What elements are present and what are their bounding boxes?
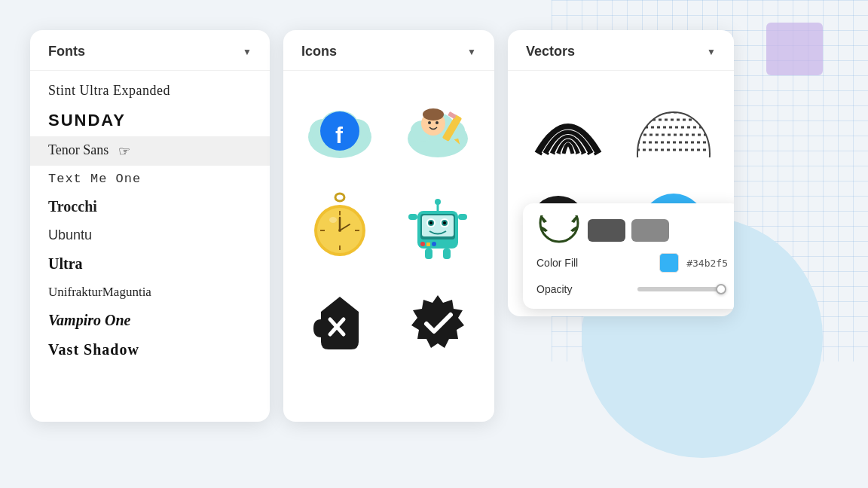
vector-cell-half-dome[interactable] <box>621 78 726 176</box>
font-item-tenor[interactable]: Tenor Sans ☞ <box>30 136 270 166</box>
font-item-ubuntu[interactable]: Ubuntu <box>30 221 270 249</box>
icons-card: Icons ▼ f <box>283 30 494 422</box>
icon-cell-robot[interactable] <box>389 176 487 274</box>
robot-icon <box>404 190 472 261</box>
hand-x-icon <box>306 289 374 357</box>
icon-cell-clock[interactable] <box>291 176 389 274</box>
svg-point-45 <box>435 199 441 205</box>
svg-point-12 <box>428 121 431 124</box>
color-swatch[interactable] <box>659 253 679 273</box>
cursor-pointer-icon: ☞ <box>118 143 130 160</box>
svg-rect-42 <box>408 214 417 220</box>
half-dome-dots-vector <box>636 97 711 157</box>
icon-cell-boy-pencil[interactable] <box>389 78 487 176</box>
font-sunday-label: SUNDAY <box>48 111 126 130</box>
icons-grid: f <box>283 71 494 380</box>
svg-rect-38 <box>426 242 430 246</box>
svg-rect-43 <box>458 214 467 220</box>
font-item-sunday[interactable]: SUNDAY <box>30 105 270 136</box>
fonts-list: Stint Ultra Expanded SUNDAY Tenor Sans ☞… <box>30 71 270 371</box>
opacity-row: Opacity <box>536 283 728 295</box>
boy-pencil-icon <box>400 92 475 163</box>
svg-point-39 <box>432 242 436 246</box>
vectors-title: Vectors <box>526 44 575 59</box>
svg-point-11 <box>423 108 444 120</box>
icon-cell-facebook[interactable]: f <box>291 78 389 176</box>
font-vampiro-label: Vampiro One <box>48 312 130 328</box>
font-item-unifraktur[interactable]: UnifrakturMaguntia <box>30 279 270 306</box>
icons-title: Icons <box>301 44 337 59</box>
color-fill-row: Color Fill #34b2f5 <box>536 253 728 273</box>
font-item-vastshadow[interactable]: Vast Shadow <box>30 335 270 364</box>
font-item-ultra[interactable]: Ultra <box>30 249 270 279</box>
font-item-trocchi[interactable]: Trocchi <box>30 192 270 221</box>
facebook-cloud-icon: f <box>302 92 377 163</box>
fonts-card-header: Fonts ▼ <box>30 30 270 71</box>
rainbow-stripes-vector <box>530 97 606 157</box>
vectors-dropdown-arrow[interactable]: ▼ <box>707 47 716 57</box>
fonts-title: Fonts <box>48 44 85 59</box>
color-hex-value: #34b2f5 <box>686 258 728 269</box>
svg-point-59 <box>540 215 578 242</box>
opacity-label: Opacity <box>536 283 630 295</box>
opacity-thumb[interactable] <box>716 284 726 294</box>
font-item-vampiro[interactable]: Vampiro One <box>30 306 270 335</box>
svg-point-37 <box>420 242 425 246</box>
font-item-stint[interactable]: Stint Ultra Expanded <box>30 77 270 105</box>
svg-rect-40 <box>425 249 432 259</box>
font-ultra-label: Ultra <box>48 255 83 272</box>
font-tenor-label: Tenor Sans <box>48 142 108 157</box>
wreath-vector-partial <box>536 215 582 246</box>
vector-cell-rainbow[interactable] <box>515 78 621 176</box>
badge-check-icon <box>404 289 472 357</box>
fonts-dropdown-arrow[interactable]: ▼ <box>243 47 252 57</box>
font-ubuntu-label: Ubuntu <box>48 227 92 242</box>
color-fill-label: Color Fill <box>536 257 652 269</box>
svg-point-17 <box>335 194 344 201</box>
font-vastshadow-label: Vast Shadow <box>48 341 139 358</box>
svg-rect-41 <box>443 249 451 259</box>
icons-card-header: Icons ▼ <box>283 30 494 71</box>
color-fill-popup: Color Fill #34b2f5 Opacity <box>523 203 734 309</box>
clock-icon <box>306 191 374 259</box>
svg-point-13 <box>436 121 439 124</box>
font-stint-label: Stint Ultra Expanded <box>48 83 170 98</box>
svg-text:f: f <box>335 123 344 148</box>
svg-point-33 <box>429 221 432 224</box>
icon-cell-hand-x[interactable] <box>291 274 389 372</box>
vectors-card-header: Vectors ▼ <box>508 30 734 71</box>
svg-point-27 <box>329 217 337 223</box>
font-unifraktur-label: UnifrakturMaguntia <box>48 285 151 299</box>
icon-cell-badge-check[interactable] <box>389 274 487 372</box>
svg-point-36 <box>443 221 446 224</box>
font-item-textmeone[interactable]: Text Me One <box>30 166 270 192</box>
font-textmeone-label: Text Me One <box>48 172 141 186</box>
font-trocchi-label: Trocchi <box>48 198 97 215</box>
vectors-card: Vectors ▼ <box>508 30 734 316</box>
main-container: Fonts ▼ Stint Ultra Expanded SUNDAY Teno… <box>0 0 868 452</box>
opacity-slider[interactable] <box>637 287 728 291</box>
icons-dropdown-arrow[interactable]: ▼ <box>467 47 476 57</box>
fonts-card: Fonts ▼ Stint Ultra Expanded SUNDAY Teno… <box>30 30 270 422</box>
